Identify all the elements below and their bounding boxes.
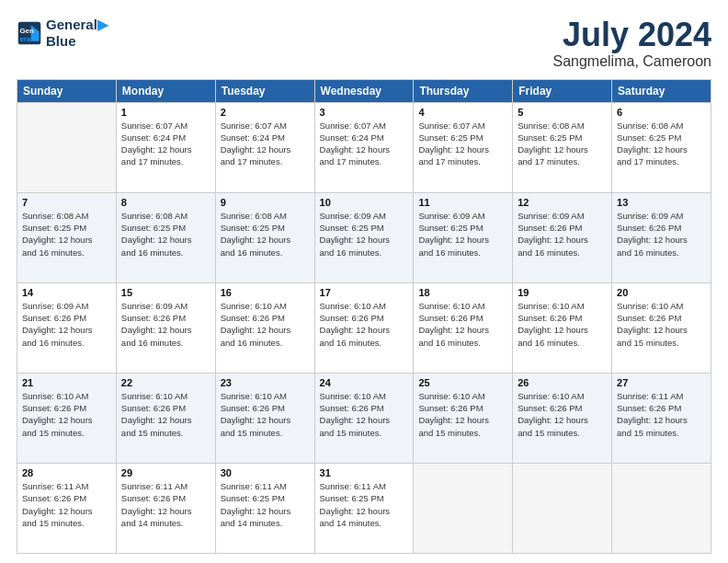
calendar-cell [17, 102, 117, 192]
day-number: 8 [121, 197, 210, 208]
day-number: 20 [617, 287, 706, 298]
day-info: Sunrise: 6:10 AM Sunset: 6:26 PM Dayligh… [518, 390, 607, 439]
day-number: 3 [320, 107, 409, 118]
day-info: Sunrise: 6:11 AM Sunset: 6:25 PM Dayligh… [221, 480, 310, 529]
day-info: Sunrise: 6:09 AM Sunset: 6:25 PM Dayligh… [418, 210, 507, 259]
calendar-cell: 4Sunrise: 6:07 AM Sunset: 6:25 PM Daylig… [414, 102, 513, 192]
logo-text: General▶ Blue [46, 17, 108, 50]
day-number: 26 [518, 377, 607, 388]
day-number: 7 [22, 197, 111, 208]
day-number: 23 [221, 377, 310, 388]
calendar-cell: 2Sunrise: 6:07 AM Sunset: 6:24 PM Daylig… [215, 102, 314, 192]
logo-icon: Gen eral [17, 20, 42, 46]
day-number: 14 [22, 287, 111, 298]
day-number: 5 [518, 107, 607, 118]
day-number: 11 [418, 197, 507, 208]
calendar-cell: 21Sunrise: 6:10 AM Sunset: 6:26 PM Dayli… [17, 373, 117, 463]
calendar-cell: 20Sunrise: 6:10 AM Sunset: 6:26 PM Dayli… [612, 282, 711, 373]
calendar-cell: 14Sunrise: 6:09 AM Sunset: 6:26 PM Dayli… [17, 282, 117, 373]
day-info: Sunrise: 6:10 AM Sunset: 6:26 PM Dayligh… [121, 390, 210, 439]
calendar-week-row: 7Sunrise: 6:08 AM Sunset: 6:25 PM Daylig… [17, 192, 711, 282]
calendar-cell: 23Sunrise: 6:10 AM Sunset: 6:26 PM Dayli… [215, 373, 314, 463]
calendar-week-row: 1Sunrise: 6:07 AM Sunset: 6:24 PM Daylig… [17, 102, 711, 192]
calendar-cell: 31Sunrise: 6:11 AM Sunset: 6:25 PM Dayli… [314, 463, 414, 553]
day-info: Sunrise: 6:09 AM Sunset: 6:26 PM Dayligh… [617, 210, 706, 259]
day-info: Sunrise: 6:08 AM Sunset: 6:25 PM Dayligh… [121, 210, 210, 259]
day-number: 19 [518, 287, 607, 298]
calendar-header-row: SundayMondayTuesdayWednesdayThursdayFrid… [17, 79, 711, 102]
day-number: 29 [121, 467, 210, 478]
weekday-header: Tuesday [215, 79, 314, 102]
calendar-cell: 26Sunrise: 6:10 AM Sunset: 6:26 PM Dayli… [513, 373, 612, 463]
page: Gen eral General▶ Blue July 2024 Sangmel… [0, 0, 728, 563]
calendar-cell: 6Sunrise: 6:08 AM Sunset: 6:25 PM Daylig… [612, 102, 711, 192]
day-info: Sunrise: 6:10 AM Sunset: 6:26 PM Dayligh… [518, 300, 607, 349]
day-number: 15 [121, 287, 210, 298]
day-info: Sunrise: 6:08 AM Sunset: 6:25 PM Dayligh… [22, 210, 111, 259]
calendar-cell: 28Sunrise: 6:11 AM Sunset: 6:26 PM Dayli… [17, 463, 117, 553]
day-info: Sunrise: 6:10 AM Sunset: 6:26 PM Dayligh… [320, 390, 409, 439]
calendar-week-row: 14Sunrise: 6:09 AM Sunset: 6:26 PM Dayli… [17, 282, 711, 373]
weekday-header: Thursday [414, 79, 513, 102]
day-info: Sunrise: 6:09 AM Sunset: 6:25 PM Dayligh… [320, 210, 409, 259]
calendar-cell: 7Sunrise: 6:08 AM Sunset: 6:25 PM Daylig… [17, 192, 117, 282]
day-info: Sunrise: 6:10 AM Sunset: 6:26 PM Dayligh… [418, 390, 507, 439]
day-number: 22 [121, 377, 210, 388]
calendar-week-row: 21Sunrise: 6:10 AM Sunset: 6:26 PM Dayli… [17, 373, 711, 463]
day-number: 31 [320, 467, 409, 478]
calendar-table: SundayMondayTuesdayWednesdayThursdayFrid… [17, 79, 711, 554]
weekday-header: Sunday [17, 79, 117, 102]
calendar-week-row: 28Sunrise: 6:11 AM Sunset: 6:26 PM Dayli… [17, 463, 711, 553]
calendar-cell: 9Sunrise: 6:08 AM Sunset: 6:25 PM Daylig… [215, 192, 314, 282]
calendar-cell: 10Sunrise: 6:09 AM Sunset: 6:25 PM Dayli… [314, 192, 414, 282]
calendar-cell: 11Sunrise: 6:09 AM Sunset: 6:25 PM Dayli… [414, 192, 513, 282]
day-number: 18 [418, 287, 507, 298]
day-number: 25 [418, 377, 507, 388]
svg-text:eral: eral [20, 35, 33, 43]
day-number: 1 [121, 107, 210, 118]
day-info: Sunrise: 6:10 AM Sunset: 6:26 PM Dayligh… [221, 390, 310, 439]
day-number: 13 [617, 197, 706, 208]
calendar-cell: 15Sunrise: 6:09 AM Sunset: 6:26 PM Dayli… [116, 282, 215, 373]
calendar-cell: 30Sunrise: 6:11 AM Sunset: 6:25 PM Dayli… [215, 463, 314, 553]
day-info: Sunrise: 6:08 AM Sunset: 6:25 PM Dayligh… [617, 120, 706, 168]
day-info: Sunrise: 6:07 AM Sunset: 6:24 PM Dayligh… [320, 120, 409, 168]
day-info: Sunrise: 6:11 AM Sunset: 6:26 PM Dayligh… [22, 480, 111, 529]
day-number: 21 [22, 377, 111, 388]
day-info: Sunrise: 6:08 AM Sunset: 6:25 PM Dayligh… [221, 210, 310, 259]
svg-text:Gen: Gen [20, 27, 34, 35]
day-info: Sunrise: 6:11 AM Sunset: 6:26 PM Dayligh… [121, 480, 210, 529]
title-block: July 2024 Sangmelima, Cameroon [552, 17, 711, 70]
weekday-header: Wednesday [314, 79, 414, 102]
day-info: Sunrise: 6:11 AM Sunset: 6:25 PM Dayligh… [320, 480, 409, 529]
day-number: 17 [320, 287, 409, 298]
day-info: Sunrise: 6:08 AM Sunset: 6:25 PM Dayligh… [518, 120, 607, 168]
calendar-cell: 24Sunrise: 6:10 AM Sunset: 6:26 PM Dayli… [314, 373, 414, 463]
day-info: Sunrise: 6:10 AM Sunset: 6:26 PM Dayligh… [22, 390, 111, 439]
calendar-cell: 25Sunrise: 6:10 AM Sunset: 6:26 PM Dayli… [414, 373, 513, 463]
day-info: Sunrise: 6:09 AM Sunset: 6:26 PM Dayligh… [518, 210, 607, 259]
calendar-cell: 22Sunrise: 6:10 AM Sunset: 6:26 PM Dayli… [116, 373, 215, 463]
day-info: Sunrise: 6:09 AM Sunset: 6:26 PM Dayligh… [22, 300, 111, 349]
day-info: Sunrise: 6:11 AM Sunset: 6:26 PM Dayligh… [617, 390, 706, 439]
day-info: Sunrise: 6:07 AM Sunset: 6:24 PM Dayligh… [121, 120, 210, 168]
day-info: Sunrise: 6:10 AM Sunset: 6:26 PM Dayligh… [418, 300, 507, 349]
calendar-cell: 17Sunrise: 6:10 AM Sunset: 6:26 PM Dayli… [314, 282, 414, 373]
calendar-cell: 16Sunrise: 6:10 AM Sunset: 6:26 PM Dayli… [215, 282, 314, 373]
weekday-header: Friday [513, 79, 612, 102]
day-number: 30 [221, 467, 310, 478]
day-info: Sunrise: 6:07 AM Sunset: 6:24 PM Dayligh… [221, 120, 310, 168]
day-number: 28 [22, 467, 111, 478]
day-number: 12 [518, 197, 607, 208]
day-number: 10 [320, 197, 409, 208]
calendar-cell: 19Sunrise: 6:10 AM Sunset: 6:26 PM Dayli… [513, 282, 612, 373]
day-number: 16 [221, 287, 310, 298]
weekday-header: Monday [116, 79, 215, 102]
calendar-cell: 8Sunrise: 6:08 AM Sunset: 6:25 PM Daylig… [116, 192, 215, 282]
weekday-header: Saturday [612, 79, 711, 102]
day-info: Sunrise: 6:10 AM Sunset: 6:26 PM Dayligh… [221, 300, 310, 349]
logo: Gen eral General▶ Blue [17, 17, 108, 50]
calendar-cell: 18Sunrise: 6:10 AM Sunset: 6:26 PM Dayli… [414, 282, 513, 373]
day-info: Sunrise: 6:10 AM Sunset: 6:26 PM Dayligh… [320, 300, 409, 349]
day-number: 2 [221, 107, 310, 118]
